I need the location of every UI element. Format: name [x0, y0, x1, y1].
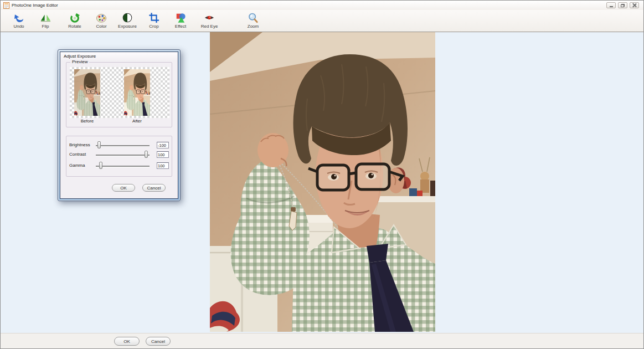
red-eye-icon [204, 12, 215, 23]
dialog-cancel-button[interactable]: Cancel [142, 184, 166, 192]
restore-button[interactable] [618, 2, 627, 8]
contrast-slider-track[interactable] [96, 155, 150, 156]
toolbar-label: Undo [13, 24, 24, 29]
footer-cancel-button[interactable]: Cancel [146, 337, 171, 346]
toolbar-effect-button[interactable]: Effect [165, 12, 196, 29]
gamma-value-field[interactable] [157, 162, 169, 169]
brightness-slider-thumb[interactable] [97, 141, 101, 148]
contrast-slider-thumb[interactable] [145, 151, 148, 158]
contrast-label: Contrast [69, 152, 86, 157]
toolbar-label: Flip [42, 24, 49, 29]
editor-canvas: Adjust Exposure Preview Before After Bri… [1, 32, 643, 333]
before-label: Before [74, 119, 100, 124]
color-icon [96, 12, 107, 23]
minimize-icon [610, 6, 613, 7]
gamma-slider-thumb[interactable] [99, 162, 102, 169]
effect-icon [175, 12, 186, 23]
window-titlebar[interactable]: PhotoOne Image Editor [1, 1, 643, 10]
undo-icon [13, 12, 24, 23]
contrast-slider-row: Contrast [66, 150, 172, 159]
gamma-slider-track[interactable] [96, 166, 150, 167]
brightness-value-field[interactable] [157, 142, 169, 148]
photoone-window: { "window": { "title": "PhotoOne Image E… [0, 0, 644, 349]
preview-groupbox: Preview Before After [66, 62, 172, 127]
brightness-slider-row: Brightness [66, 141, 172, 150]
footer-bar: OK Cancel [1, 333, 643, 349]
contrast-value-field[interactable] [157, 151, 169, 158]
sliders-groupbox: BrightnessContrastGamma [66, 136, 172, 177]
close-button[interactable] [630, 2, 639, 8]
preview-group-label: Preview [70, 59, 89, 65]
restore-icon [621, 4, 625, 7]
adjust-exposure-dialog: Adjust Exposure Preview Before After Bri… [58, 49, 181, 201]
brightness-label: Brightness [69, 142, 90, 147]
photo-canvas-image [210, 32, 435, 332]
close-icon [632, 3, 637, 8]
footer-ok-button[interactable]: OK [114, 337, 140, 346]
toolbar-label: Exposure [118, 24, 137, 29]
flip-icon [40, 12, 51, 23]
brightness-slider-track[interactable] [96, 145, 150, 147]
toolbar-label: Crop [149, 24, 158, 29]
rotate-icon [69, 12, 80, 23]
zoom-icon [248, 12, 259, 23]
window-controls [606, 2, 641, 8]
toolbar-label: Effect [175, 24, 186, 29]
gamma-label: Gamma [69, 163, 85, 168]
crop-icon [148, 12, 159, 23]
minimize-button[interactable] [606, 2, 616, 8]
gamma-slider-row: Gamma [66, 161, 172, 170]
toolbar-label: Zoom [248, 24, 259, 29]
toolbar-zoom-button[interactable]: Zoom [238, 12, 269, 29]
dialog-ok-button[interactable]: OK [112, 184, 135, 192]
exposure-icon [122, 12, 133, 23]
after-label: After [124, 119, 150, 124]
toolbar-label: Rotate [68, 24, 81, 29]
after-thumbnail [124, 69, 150, 116]
window-title: PhotoOne Image Editor [12, 3, 58, 8]
transparency-checkerboard [70, 67, 169, 118]
toolbar: UndoFlipRotateColorExposureCropEffectRed… [1, 10, 643, 32]
dialog-body: Adjust Exposure Preview Before After Bri… [60, 52, 178, 199]
toolbar-red-eye-button[interactable]: Red Eye [194, 12, 225, 29]
toolbar-label: Red Eye [201, 24, 218, 29]
toolbar-flip-button[interactable]: Flip [30, 12, 61, 29]
toolbar-label: Color [96, 24, 106, 29]
app-icon [3, 2, 9, 9]
before-thumbnail [74, 69, 100, 116]
